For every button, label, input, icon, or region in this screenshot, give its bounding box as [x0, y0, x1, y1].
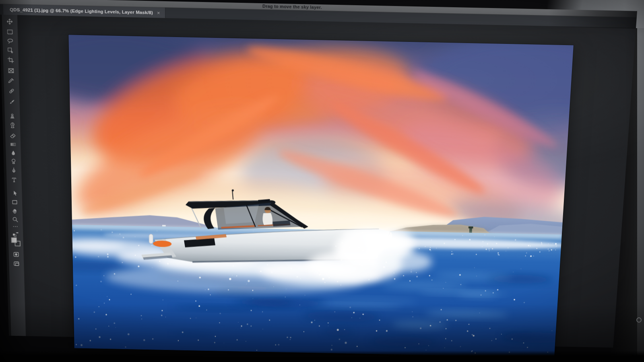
tool-gradient[interactable]	[6, 140, 21, 149]
pen-icon	[10, 167, 17, 173]
photoshop-window: Drag to move the sky layer. QDS_4921 (1)…	[0, 0, 637, 348]
document-image[interactable]	[68, 35, 574, 358]
frame-icon	[8, 68, 14, 74]
tool-type[interactable]	[6, 176, 22, 184]
canvas-pasteboard[interactable]	[18, 15, 636, 348]
foreground-background-colors-icon	[11, 237, 21, 247]
tool-eyedropper[interactable]	[4, 76, 19, 85]
quick-mask-mode-icon	[13, 251, 19, 257]
monitor-osd-ring	[636, 317, 642, 323]
tool-screen-mode[interactable]	[9, 259, 24, 268]
type-icon	[11, 177, 17, 183]
history-brush-icon	[9, 122, 16, 128]
screen-mode-icon	[13, 261, 20, 267]
path-selection-icon	[11, 190, 18, 196]
tool-crop[interactable]	[3, 56, 19, 64]
tool-rectangle-shape[interactable]	[7, 198, 22, 206]
tool-foreground-background-colors[interactable]	[8, 237, 23, 247]
tab-close-icon[interactable]: ×	[157, 10, 160, 16]
bar-right-shadow	[548, 9, 637, 29]
edit-toolbar-ellipsis-icon	[12, 224, 19, 230]
tool-move[interactable]	[2, 17, 18, 26]
monitor-bezel-bottom	[0, 351, 644, 362]
object-selection-icon	[7, 47, 14, 53]
tool-path-selection[interactable]	[7, 189, 22, 197]
swap-colors-icon	[12, 231, 19, 237]
photographed-monitor: Drag to move the sky layer. QDS_4921 (1)…	[0, 0, 644, 362]
zoom-icon	[12, 216, 19, 222]
eraser-icon	[10, 133, 16, 139]
tool-pen[interactable]	[6, 166, 21, 175]
tool-spot-healing[interactable]	[4, 86, 19, 95]
lasso-icon	[7, 38, 13, 44]
rectangular-marquee-icon	[7, 29, 13, 35]
hand-icon	[12, 208, 18, 214]
clone-stamp-icon	[9, 112, 15, 119]
move-icon	[6, 19, 13, 25]
wall-background-right	[637, 0, 644, 362]
tool-object-selection[interactable]	[3, 46, 18, 55]
blur-icon	[10, 150, 17, 156]
tool-rectangular-marquee[interactable]	[2, 27, 17, 37]
boat-sunset-photo	[68, 35, 574, 358]
crop-icon	[8, 57, 14, 63]
eyedropper-icon	[8, 78, 14, 84]
tool-history-brush[interactable]	[5, 121, 20, 130]
tool-blur[interactable]	[6, 148, 21, 157]
tool-quick-mask-mode[interactable]	[9, 250, 24, 259]
spot-healing-icon	[8, 88, 15, 94]
tool-lasso[interactable]	[2, 37, 18, 45]
tool-hand[interactable]	[7, 207, 22, 216]
tool-dodge[interactable]	[6, 157, 21, 166]
dodge-icon	[10, 158, 17, 164]
tool-clone-stamp[interactable]	[5, 111, 20, 120]
document-tab-title: QDS_4921 (1).jpg @ 66.7% (Edge Lighting …	[10, 7, 153, 15]
gradient-icon	[10, 141, 16, 148]
tool-eraser[interactable]	[5, 132, 21, 140]
tool-frame[interactable]	[3, 66, 19, 75]
tool-brush[interactable]	[4, 97, 20, 106]
rectangle-shape-icon	[12, 199, 18, 205]
brush-icon	[8, 99, 15, 105]
tool-edit-toolbar-ellipsis[interactable]	[8, 222, 23, 231]
